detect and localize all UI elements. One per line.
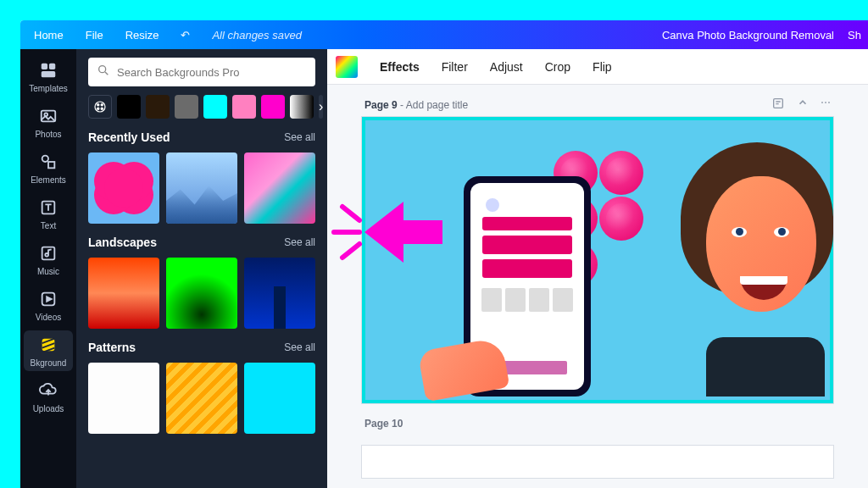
sidebar-item-elements[interactable]: Elements [24,147,73,188]
svg-point-15 [97,108,99,109]
save-status: All changes saved [212,29,302,42]
page-title-placeholder[interactable]: Add page title [406,99,468,111]
toolbar-filter[interactable]: Filter [442,60,468,74]
thumb-blue-cactus[interactable] [244,258,315,329]
thumb-cyan-pattern[interactable] [244,363,315,434]
document-title[interactable]: Canva Photo Background Removal [662,29,834,42]
section-title: Patterns [88,341,136,354]
color-picker-button[interactable] [88,95,112,119]
thumb-pink-texture[interactable] [244,152,315,224]
canvas-area: Effects Filter Adjust Crop Flip Page 9 -… [327,49,868,488]
section-recently-used-header: Recently Used See all [88,130,315,144]
sidebar-item-label: Videos [36,313,61,322]
thumb-blue-mountains[interactable] [166,152,237,224]
sidebar-item-label: Bkground [31,358,67,368]
swatch-magenta[interactable] [261,95,285,119]
sidebar-item-label: Elements [31,175,66,185]
search-field[interactable] [88,58,315,86]
sidebar-item-label: Music [37,267,59,276]
toolbar-flip[interactable]: Flip [593,60,612,74]
svg-point-12 [95,102,105,112]
section-title: Recently Used [88,130,170,144]
swatch-grey[interactable] [175,95,198,119]
svg-rect-6 [48,162,54,168]
recent-thumbs [88,152,315,224]
notes-icon[interactable] [771,97,785,113]
thumb-green-hills[interactable] [166,258,237,329]
templates-icon [38,60,58,80]
page-more-icon[interactable]: ⋯ [821,97,831,113]
svg-point-14 [101,104,103,106]
sidebar-nav: Templates Photos Elements Text Music Vid… [20,49,76,488]
sidebar-item-label: Photos [35,130,61,139]
undo-icon[interactable]: ↶ [181,29,190,42]
swatch-gradient[interactable] [290,95,314,119]
sidebar-item-label: Uploads [33,404,64,413]
canvas-page-9[interactable] [361,116,834,404]
thumb-white-pattern[interactable] [88,363,159,434]
swatches-next-button[interactable]: › [319,95,323,119]
sidebar-item-templates[interactable]: Templates [24,56,73,97]
page-sep: - [398,99,406,111]
svg-point-13 [97,104,99,106]
swatch-black[interactable] [117,95,141,119]
search-icon [97,64,110,80]
see-all-landscapes[interactable]: See all [284,236,315,248]
elements-icon [38,152,58,172]
sidebar-item-label: Templates [29,84,68,93]
backgrounds-panel: › Recently Used See all Landscapes See a… [76,49,327,488]
sidebar-item-photos[interactable]: Photos [24,102,73,142]
thumb-pink-berries[interactable] [88,152,159,224]
background-icon [38,335,58,355]
canvas-page-10[interactable] [361,445,834,479]
canvas-image[interactable] [362,117,833,403]
sidebar-item-music[interactable]: Music [24,239,73,280]
sidebar-item-background[interactable]: Bkground [24,330,73,371]
top-menu-bar: Home File Resize ↶ All changes saved Can… [20,20,868,49]
menu-home[interactable]: Home [34,29,64,42]
section-patterns-header: Patterns See all [88,341,315,354]
page-label-row: Page 9 - Add page title ⋯ [361,97,834,113]
svg-point-16 [101,108,103,109]
text-icon [38,197,58,218]
menu-file[interactable]: File [86,29,103,42]
app-icon [336,56,358,78]
image-toolbar: Effects Filter Adjust Crop Flip [327,49,868,85]
swatch-cyan[interactable] [203,95,227,119]
page-number-label: Page 9 [364,99,398,111]
sidebar-item-uploads[interactable]: Uploads [24,376,73,417]
panel-collapse-button[interactable]: ‹ [326,261,327,302]
toolbar-crop[interactable]: Crop [545,60,570,74]
swatch-dark-brown[interactable] [146,95,170,119]
thumb-yellow-pattern[interactable] [166,363,237,434]
sidebar-item-text[interactable]: Text [24,193,73,234]
svg-point-11 [99,66,106,73]
canvas-scroll[interactable]: Page 9 - Add page title ⋯ [327,85,868,488]
toolbar-effects[interactable]: Effects [380,60,420,74]
main-area: Templates Photos Elements Text Music Vid… [20,49,868,488]
collapse-page-icon[interactable] [797,97,809,113]
svg-point-5 [42,155,48,161]
section-title: Landscapes [88,236,157,249]
section-landscapes-header: Landscapes See all [88,236,315,249]
app-window: Home File Resize ↶ All changes saved Can… [20,20,868,488]
see-all-patterns[interactable]: See all [284,341,315,353]
toolbar-adjust[interactable]: Adjust [490,60,523,74]
videos-icon [38,289,58,309]
svg-rect-2 [42,70,56,76]
color-swatch-row: › [88,95,315,119]
menu-resize[interactable]: Resize [125,29,159,42]
swatch-pink[interactable] [232,95,256,119]
uploads-icon [38,380,58,401]
share-button[interactable]: Sh [848,29,861,42]
landscapes-thumbs [88,258,315,329]
person-portrait [664,142,834,396]
photos-icon [38,106,58,126]
sidebar-item-label: Text [41,221,56,230]
thumb-orange-dunes[interactable] [88,258,159,329]
page-10-label: Page 10 [364,418,834,430]
search-input[interactable] [117,66,307,79]
patterns-thumbs [88,363,315,434]
see-all-recent[interactable]: See all [284,131,315,143]
sidebar-item-videos[interactable]: Videos [24,285,73,325]
